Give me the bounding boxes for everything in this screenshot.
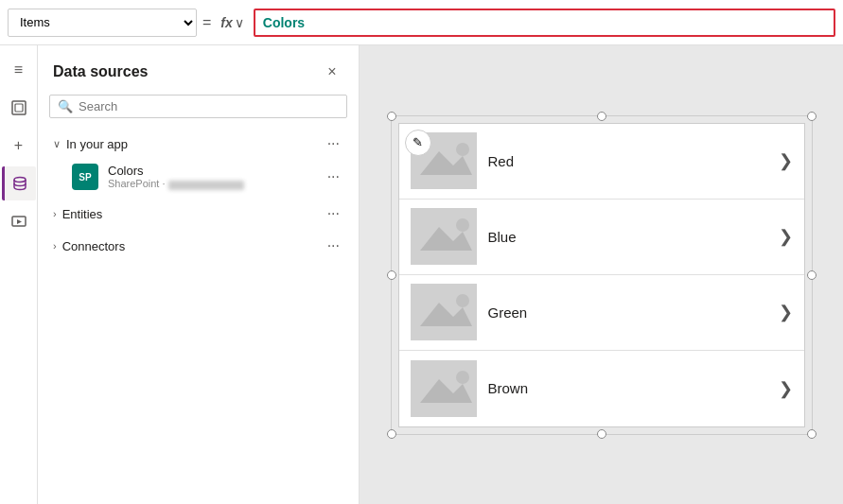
gallery-row-red[interactable]: Red ❯ — [399, 124, 804, 200]
search-input[interactable] — [79, 99, 339, 113]
svg-point-9 — [456, 218, 469, 232]
handle-bottom-right[interactable] — [807, 429, 817, 439]
in-your-app-label: In your app — [66, 137, 128, 151]
gallery-chevron-red: ❯ — [779, 150, 793, 171]
connectors-more-options[interactable]: ··· — [324, 237, 343, 254]
connectors-section: › Connectors ··· — [38, 232, 359, 264]
datasources-panel: Data sources × 🔍 ∨ In your app ··· SP Co… — [38, 45, 360, 504]
search-box[interactable]: 🔍 — [49, 95, 347, 118]
chevron-right-icon: › — [53, 240, 57, 252]
datasource-info: Colors SharePoint · — [108, 164, 314, 189]
formula-value: Colors — [263, 15, 305, 30]
svg-point-6 — [456, 143, 469, 156]
panel-title: Data sources — [53, 63, 149, 80]
connectors-header[interactable]: › Connectors ··· — [38, 232, 359, 260]
gallery-container: ✎ Red ❯ — [398, 123, 805, 427]
media-icon[interactable] — [2, 204, 36, 238]
entities-more-options[interactable]: ··· — [324, 205, 343, 222]
datasource-name: Colors — [108, 164, 314, 178]
handle-bottom-center[interactable] — [597, 429, 606, 439]
datasource-sub: SharePoint · — [108, 178, 314, 189]
fx-label: fx — [220, 15, 232, 30]
datasource-icon[interactable] — [2, 166, 36, 200]
handle-bottom-left[interactable] — [387, 429, 396, 439]
svg-rect-1 — [15, 104, 23, 112]
items-select[interactable]: Items — [8, 9, 197, 37]
search-icon: 🔍 — [58, 99, 73, 113]
chevron-down-icon: ∨ — [53, 138, 61, 150]
entities-section: › Entities ··· — [38, 200, 359, 232]
fx-button[interactable]: fx ∨ — [217, 13, 247, 32]
handle-top-center[interactable] — [597, 112, 606, 121]
menu-icon[interactable]: ≡ — [2, 53, 36, 87]
datasource-colors-item[interactable]: SP Colors SharePoint · ··· — [38, 158, 359, 196]
edit-icon[interactable]: ✎ — [405, 130, 431, 156]
icon-rail: ≡ + — [0, 45, 38, 504]
gallery-chevron-blue: ❯ — [779, 226, 793, 247]
svg-point-15 — [456, 371, 469, 384]
gallery-row-blue[interactable]: Blue ❯ — [399, 200, 804, 275]
in-your-app-section: ∨ In your app ··· SP Colors SharePoint ·… — [38, 130, 359, 200]
handle-middle-left[interactable] — [387, 270, 396, 280]
gallery-widget: ✎ Red ❯ — [398, 123, 805, 427]
gallery-label-brown: Brown — [488, 380, 767, 396]
svg-rect-0 — [12, 101, 26, 114]
chevron-right-icon: › — [53, 208, 57, 219]
layers-icon[interactable] — [2, 91, 36, 125]
panel-header: Data sources × — [38, 45, 359, 95]
add-icon[interactable]: + — [2, 129, 36, 163]
svg-point-2 — [14, 178, 26, 182]
gallery-row-green[interactable]: Green ❯ — [399, 275, 804, 351]
gallery-image-green — [411, 284, 477, 340]
gallery-chevron-brown: ❯ — [779, 378, 793, 399]
entities-header[interactable]: › Entities ··· — [38, 200, 359, 228]
close-button[interactable]: × — [321, 61, 343, 83]
gallery-image-blue — [411, 208, 477, 265]
in-your-app-header[interactable]: ∨ In your app ··· — [38, 130, 359, 158]
connectors-label: Connectors — [62, 239, 125, 253]
gallery-label-red: Red — [488, 153, 767, 169]
canvas-area[interactable]: ✎ Red ❯ — [360, 45, 843, 504]
formula-bar: Items = fx ∨ Colors — [0, 0, 843, 45]
main-area: ≡ + Data sources × — [0, 45, 843, 504]
gallery-label-blue: Blue — [488, 229, 767, 245]
gallery-image-brown — [411, 360, 477, 417]
eq-symbol: = — [202, 14, 211, 31]
formula-input-box[interactable]: Colors — [254, 9, 835, 37]
item-more-options[interactable]: ··· — [324, 168, 343, 185]
entities-label: Entities — [62, 207, 103, 221]
gallery-label-green: Green — [488, 304, 767, 321]
chevron-down-icon: ∨ — [235, 15, 244, 30]
gallery-row-brown[interactable]: Brown ❯ — [399, 351, 804, 426]
blurred-text — [168, 181, 244, 190]
gallery-chevron-green: ❯ — [779, 302, 793, 322]
handle-middle-right[interactable] — [807, 270, 817, 280]
colors-icon: SP — [72, 164, 98, 190]
svg-point-12 — [456, 294, 469, 307]
sp-icon-label: SP — [79, 172, 91, 182]
more-options-icon[interactable]: ··· — [324, 135, 343, 152]
handle-top-left[interactable] — [387, 112, 396, 121]
handle-top-right[interactable] — [807, 112, 817, 121]
